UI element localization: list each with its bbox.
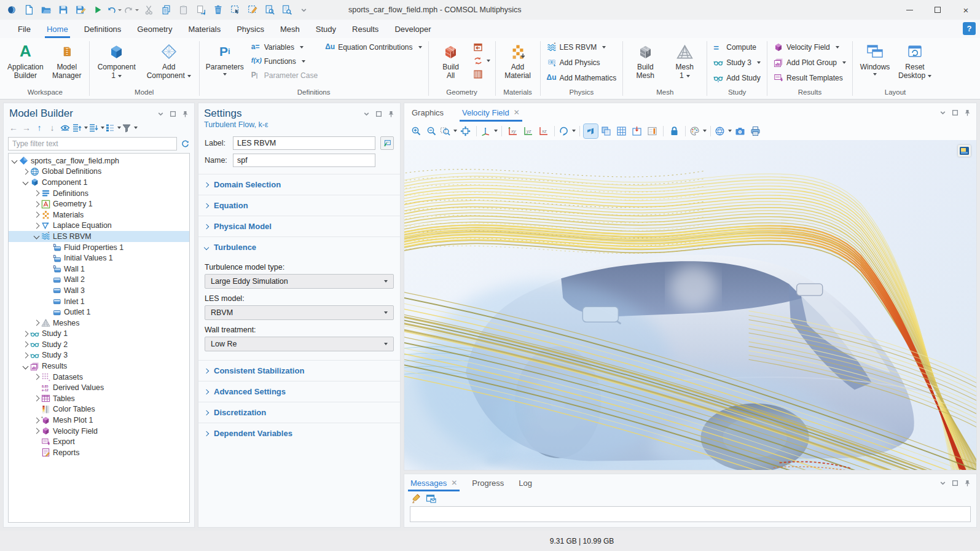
tree-item-geometry-1[interactable]: Geometry 1 [9, 198, 189, 209]
save-button[interactable] [55, 2, 71, 18]
plot-in-window-button[interactable] [630, 124, 644, 138]
float-panel-icon[interactable] [375, 111, 382, 117]
new-file-button[interactable] [20, 2, 37, 18]
menu-tab-materials[interactable]: Materials [180, 20, 229, 38]
les-model-select[interactable]: RBVM [205, 305, 394, 320]
add-physics-button[interactable]: Add Physics [544, 56, 620, 69]
float-panel-icon[interactable] [952, 109, 958, 116]
float-panel-icon[interactable] [170, 111, 176, 117]
plot-thumbnail-button[interactable] [958, 145, 971, 157]
menu-tab-definitions[interactable]: Definitions [76, 20, 130, 38]
zoom-out-button[interactable] [425, 124, 439, 138]
tree-item-meshes[interactable]: Meshes [9, 318, 189, 329]
menu-tab-mesh[interactable]: Mesh [272, 20, 308, 38]
save-as-button[interactable] [72, 2, 88, 18]
tree-item-wall-2[interactable]: Wall 2 [9, 275, 189, 286]
tab-messages[interactable]: Messages✕ [410, 474, 457, 491]
menu-tab-geometry[interactable]: Geometry [129, 20, 180, 38]
wall-treatment-select[interactable]: Low Re [205, 337, 394, 351]
collapse-icon[interactable] [34, 233, 40, 240]
add-study-button[interactable]: Add Study [710, 71, 764, 85]
mesh-1-button[interactable]: Mesh 1 [665, 40, 704, 82]
expand-icon[interactable] [34, 320, 40, 326]
pin-panel-icon[interactable] [388, 111, 394, 117]
tree-item-component-1[interactable]: Component 1 [9, 177, 189, 188]
move-down-button[interactable]: ↓ [46, 122, 58, 134]
tree-item-mesh-plot-1[interactable]: Mesh Plot 1 [9, 415, 189, 426]
menu-tab-file[interactable]: File [10, 20, 39, 38]
comsol-logo-button[interactable] [3, 2, 20, 18]
zoom-box-button[interactable] [440, 124, 457, 138]
close-button[interactable]: × [952, 0, 980, 20]
add-material-button[interactable]: Add Material [499, 40, 537, 82]
color-theme-button[interactable] [689, 124, 707, 138]
add-component-button[interactable]: Add Component [142, 40, 196, 82]
rotate-view-button[interactable] [559, 124, 576, 138]
help-button[interactable]: ? [963, 22, 976, 35]
add-plot-group-button[interactable]: Add Plot Group [770, 56, 849, 69]
environment-button[interactable] [715, 124, 732, 138]
build-all-button[interactable]: Build All [432, 40, 470, 82]
tree-item-fluid-properties-1[interactable]: Fluid Properties 1 [9, 242, 189, 253]
expand-all-button[interactable] [88, 122, 104, 134]
tree-item-inlet-1[interactable]: Inlet 1 [9, 296, 189, 307]
application-builder-button[interactable]: A Application Builder [4, 40, 47, 82]
delete-button[interactable] [210, 2, 226, 18]
message-options-icon[interactable] [426, 493, 436, 504]
model-manager-button[interactable]: Model Manager [48, 40, 86, 82]
panel-menu-icon[interactable] [363, 111, 370, 117]
lock-view-button[interactable] [667, 124, 681, 138]
expand-icon[interactable] [34, 428, 40, 434]
view-xz-button[interactable]: xz [536, 124, 551, 138]
refresh-icon[interactable] [181, 139, 190, 149]
collapse-icon[interactable] [23, 179, 29, 186]
tree-item-wall-3[interactable]: Wall 3 [9, 285, 189, 296]
tree-item-study-3[interactable]: Study 3 [9, 350, 189, 361]
tree-item-laplace-equation[interactable]: Laplace Equation [9, 221, 189, 232]
open-file-button[interactable] [37, 2, 54, 18]
section-discretization[interactable]: Discretization [198, 402, 400, 423]
menu-tab-results[interactable]: Results [344, 20, 386, 38]
find-and-replace-button[interactable] [278, 2, 295, 18]
rename-button[interactable] [380, 136, 394, 150]
tree-item-definitions[interactable]: Definitions [9, 188, 189, 199]
tree-item-tables[interactable]: Tables [9, 393, 189, 404]
tree-item-reports[interactable]: Reports [9, 447, 189, 458]
parameters-button[interactable]: Pi Parameters [203, 40, 247, 77]
section-domain-selection[interactable]: Domain Selection [198, 174, 400, 195]
minimize-button[interactable] [895, 0, 923, 20]
paste-button[interactable] [175, 2, 192, 18]
rebuild-button[interactable] [471, 55, 492, 66]
tree-item-sports-car-flow-field-mph[interactable]: sports_car_flow_field.mph [9, 155, 189, 166]
maximize-button[interactable] [923, 0, 952, 20]
show-button[interactable] [59, 122, 71, 134]
section-turbulence[interactable]: Turbulence [198, 236, 400, 257]
menu-tab-physics[interactable]: Physics [229, 20, 272, 38]
collapse-all-button[interactable] [72, 122, 88, 134]
undo-button[interactable] [106, 2, 123, 18]
tree-item-export[interactable]: Export [9, 436, 189, 447]
tree-item-color-tables[interactable]: Color Tables [9, 404, 189, 415]
messages-output[interactable] [410, 506, 971, 522]
expand-icon[interactable] [23, 330, 29, 337]
tree-item-wall-1[interactable]: Wall 1 [9, 264, 189, 275]
image-snapshot-button[interactable] [733, 124, 747, 138]
section-consistent-stabilization[interactable]: Consistent Stabilization [198, 360, 400, 381]
filter-button[interactable] [122, 122, 138, 134]
tree-item-materials[interactable]: Materials [9, 209, 189, 221]
expand-icon[interactable] [34, 396, 40, 402]
scene-light-button[interactable] [584, 124, 598, 138]
deselect-button[interactable] [244, 2, 261, 18]
transparency-button[interactable] [599, 124, 613, 138]
back-button[interactable]: ← [7, 122, 20, 134]
clear-messages-icon[interactable] [410, 493, 421, 504]
expand-icon[interactable] [23, 168, 29, 174]
copy-button[interactable] [158, 2, 174, 18]
close-tab-icon[interactable]: ✕ [514, 108, 520, 117]
menu-tab-study[interactable]: Study [308, 20, 344, 38]
section-advanced-settings[interactable]: Advanced Settings [198, 381, 400, 402]
find-button[interactable] [261, 2, 278, 18]
virtual-operations-button[interactable] [471, 69, 492, 80]
forward-button[interactable]: → [20, 122, 33, 134]
view-orientation-button[interactable] [480, 124, 498, 138]
